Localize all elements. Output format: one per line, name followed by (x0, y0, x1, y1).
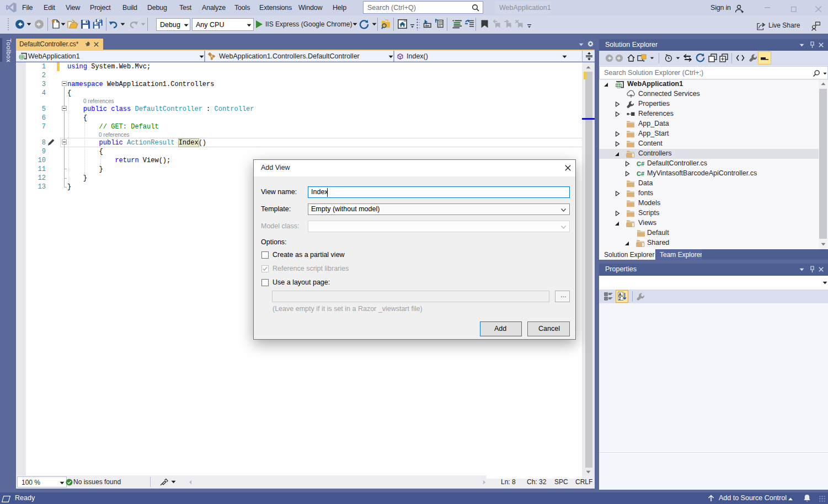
svg-text:C#: C# (637, 170, 644, 177)
svg-text:Z: Z (619, 297, 622, 301)
svg-text:C#: C# (637, 160, 644, 167)
svg-text:A: A (619, 292, 622, 296)
